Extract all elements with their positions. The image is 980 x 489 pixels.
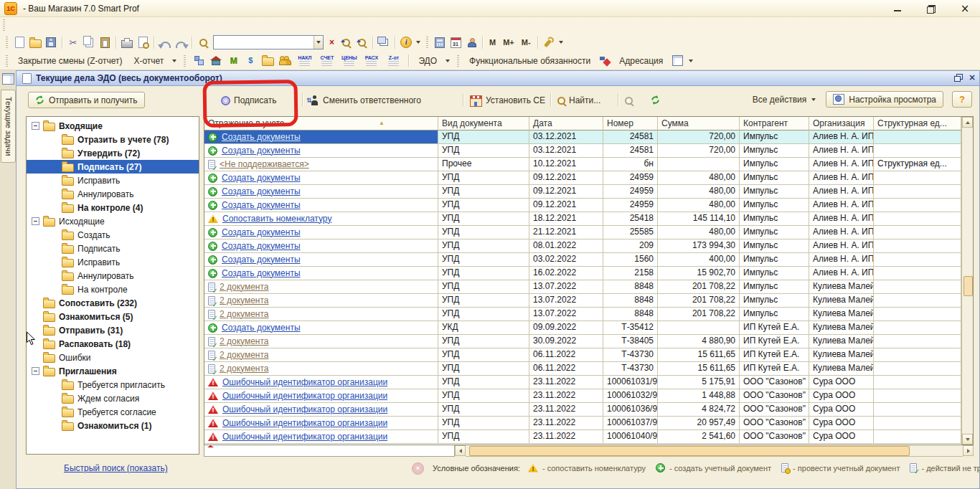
- memory-button[interactable]: М: [486, 38, 499, 47]
- dropdown-caret-icon[interactable]: [689, 60, 693, 62]
- toolbar-grip[interactable]: [3, 19, 5, 31]
- tree-item[interactable]: Сопоставить (232): [27, 296, 199, 310]
- search-dropdown-button[interactable]: [314, 36, 323, 49]
- tree-item[interactable]: Аннулировать: [27, 187, 199, 201]
- doc-type-badge-button[interactable]: ЦЕНЫ: [339, 55, 359, 67]
- row-action-link[interactable]: 2 документа: [220, 281, 269, 293]
- view-settings-button[interactable]: Настройка просмотра: [826, 91, 943, 108]
- doc-type-badge-button[interactable]: Z-от: [384, 55, 403, 67]
- doc-type-badge-button[interactable]: НАКЛ: [295, 55, 314, 67]
- table-row[interactable]: 2 документа УПД 06.11.2022 Т-43730 15 61…: [204, 362, 961, 376]
- window-list-button[interactable]: [377, 35, 391, 49]
- horizontal-scroll-track[interactable]: [466, 445, 963, 457]
- info-button[interactable]: i: [399, 35, 413, 49]
- row-action-link[interactable]: Создать документы: [222, 267, 301, 280]
- tree-item[interactable]: Требуется пригласить: [27, 378, 199, 391]
- table-row[interactable]: Создать документы УПД 09.12.2021 24959 4…: [204, 199, 961, 212]
- doc-type-badge-button[interactable]: СЧЕТ: [317, 55, 336, 67]
- currency-button[interactable]: $: [243, 54, 258, 68]
- refresh-button[interactable]: [651, 92, 660, 108]
- clear-search-button[interactable]: ×: [326, 36, 337, 49]
- row-action-link[interactable]: Ошибочный идентификатор организации: [222, 431, 387, 443]
- row-action-link[interactable]: 2 документа: [220, 308, 269, 321]
- column-header-date[interactable]: Дата: [529, 117, 603, 130]
- documents-table[interactable]: Отражение в учете ▲ Вид документа Дата Н…: [204, 116, 974, 445]
- tree-item[interactable]: Подписать (27): [27, 160, 199, 174]
- toolbar-grip[interactable]: [6, 55, 8, 67]
- row-action-link[interactable]: 2 документа: [220, 349, 269, 361]
- row-action-link[interactable]: Создать документы: [222, 240, 301, 252]
- doc-type-badge-button[interactable]: РАСХ: [362, 55, 381, 67]
- row-action-link[interactable]: Создать документы: [222, 186, 301, 198]
- calendar-button[interactable]: 31: [448, 35, 463, 49]
- tree-item[interactable]: Исходящие: [27, 214, 199, 228]
- user-button[interactable]: [464, 35, 479, 49]
- edo-button[interactable]: ЭДО: [414, 54, 441, 67]
- new-document-button[interactable]: [12, 35, 27, 49]
- current-tasks-tab[interactable]: Текущие задачи: [1, 90, 16, 163]
- memory-plus-button[interactable]: М+: [500, 38, 517, 47]
- table-row[interactable]: Создать документы УПД 09.12.2021 24959 4…: [204, 185, 961, 199]
- send-receive-button[interactable]: Отправить и получить: [28, 92, 145, 108]
- minimize-button[interactable]: [892, 4, 903, 14]
- column-header-organization[interactable]: Организация: [809, 117, 874, 130]
- row-action-link[interactable]: Создать документы: [222, 199, 301, 212]
- all-actions-button[interactable]: Все действия: [753, 92, 817, 108]
- tree-expander-icon[interactable]: [32, 367, 39, 375]
- tree-expander-icon[interactable]: [32, 217, 39, 225]
- close-button[interactable]: ×: [960, 4, 970, 14]
- row-action-link[interactable]: Ошибочный идентификатор организации: [222, 404, 387, 416]
- column-header-doc-type[interactable]: Вид документа: [438, 117, 529, 130]
- table-row[interactable]: Ошибочный идентификатор организации УПД …: [204, 403, 961, 417]
- table-row[interactable]: <Не поддерживается> Прочее 10.12.2021 бн…: [204, 158, 961, 171]
- row-action-link[interactable]: Ошибочный идентификатор организации: [222, 376, 387, 389]
- tree-item[interactable]: На контроле (4): [27, 201, 199, 214]
- restore-window-button[interactable]: [953, 73, 963, 82]
- help-button[interactable]: ?: [952, 91, 972, 108]
- find-next-button[interactable]: [339, 35, 353, 49]
- manager-button[interactable]: М: [226, 54, 240, 68]
- tree-item[interactable]: На контроле: [27, 283, 199, 296]
- vertical-scroll-thumb[interactable]: [963, 276, 973, 296]
- calculator-button[interactable]: [433, 35, 447, 49]
- table-row[interactable]: Создать документы УПД 09.12.2021 24959 4…: [204, 171, 961, 185]
- tree-item[interactable]: Отправить (31): [27, 323, 199, 337]
- row-action-link[interactable]: Ошибочный идентификатор организации: [222, 390, 387, 402]
- close-shift-button[interactable]: Закрытие смены (Z-отчет): [14, 54, 126, 67]
- search-icon[interactable]: [196, 35, 210, 49]
- table-row[interactable]: Создать документы УПД 08.01.2022 209 173…: [204, 239, 961, 253]
- dropdown-caret-icon[interactable]: [559, 41, 563, 44]
- table-row[interactable]: 2 документа УПД 30.09.2022 Т-38405 4 880…: [204, 335, 961, 348]
- vertical-scrollbar[interactable]: [961, 117, 973, 445]
- table-row[interactable]: Ошибочный идентификатор организации УПД …: [204, 376, 961, 389]
- find-button[interactable]: Найти...: [557, 92, 600, 108]
- cut-button[interactable]: ✂: [66, 35, 80, 49]
- row-action-link[interactable]: Создать документы: [222, 131, 301, 143]
- toolbar-grip[interactable]: [457, 55, 459, 67]
- table-row[interactable]: Создать документы УПД 03.12.2021 24581 7…: [204, 130, 961, 144]
- open-document-button[interactable]: [28, 35, 42, 49]
- tree-item[interactable]: Требуется согласие: [27, 405, 199, 419]
- column-header-sum[interactable]: Сумма: [658, 117, 740, 130]
- dropdown-caret-icon[interactable]: [446, 60, 450, 62]
- scroll-left-button[interactable]: [455, 445, 466, 456]
- current-tasks-icon[interactable]: [2, 73, 14, 85]
- tree-item[interactable]: Ждем согласия: [27, 391, 199, 405]
- search-input[interactable]: [214, 37, 314, 47]
- table-row[interactable]: 2 документа УПД 13.07.2022 8848 201 708,…: [204, 280, 961, 294]
- maximize-button[interactable]: [926, 4, 936, 14]
- column-header-unit[interactable]: Структурная ед...: [874, 117, 961, 130]
- scroll-down-button[interactable]: [962, 434, 973, 445]
- table-row[interactable]: Сопоставить номенклатуру УПД 18.12.2021 …: [204, 212, 961, 226]
- toolbar-grip[interactable]: [184, 55, 186, 67]
- table-row[interactable]: 2 документа УПД 13.07.2022 8848 201 708,…: [204, 294, 961, 308]
- table-row[interactable]: Создать документы УПД 21.12.2021 25585 4…: [204, 226, 961, 239]
- copy-button[interactable]: [82, 35, 96, 49]
- row-action-link[interactable]: Создать документы: [222, 145, 301, 157]
- row-action-link[interactable]: 2 документа: [220, 295, 269, 307]
- print-button[interactable]: [120, 35, 134, 49]
- horizontal-scroll-thumb[interactable]: [469, 446, 910, 456]
- row-action-link[interactable]: Создать документы: [222, 254, 301, 266]
- tree-expander-icon[interactable]: [32, 122, 39, 130]
- tree-item[interactable]: Отразить в учете (78): [27, 133, 199, 146]
